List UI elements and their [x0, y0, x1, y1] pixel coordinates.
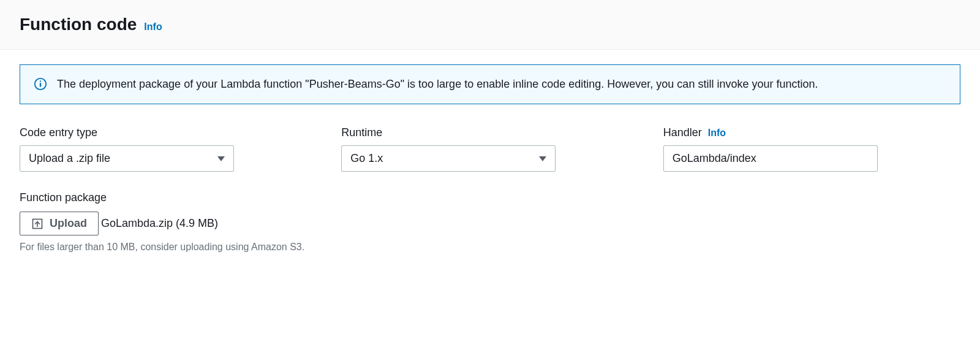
upload-button-label: Upload [50, 217, 87, 230]
alert-message: The deployment package of your Lambda fu… [57, 76, 818, 93]
header-title-row: Function code Info [20, 15, 960, 34]
function-package-label: Function package [20, 191, 960, 204]
code-entry-select[interactable]: Upload a .zip file [20, 145, 234, 172]
runtime-label: Runtime [341, 126, 638, 139]
info-link-header[interactable]: Info [144, 21, 162, 32]
runtime-select[interactable]: Go 1.x [341, 145, 556, 172]
svg-point-2 [40, 80, 41, 82]
page-title: Function code [20, 15, 137, 34]
uploaded-file-name: GoLambda.zip (4.9 MB) [101, 217, 218, 230]
upload-helper-text: For files larger than 10 MB, consider up… [20, 242, 960, 253]
runtime-field: Runtime Go 1.x [341, 126, 638, 172]
code-entry-select-wrap: Upload a .zip file [20, 145, 234, 172]
upload-button[interactable]: Upload [20, 212, 99, 235]
info-icon [34, 77, 47, 91]
header-section: Function code Info [0, 0, 980, 50]
code-entry-field: Code entry type Upload a .zip file [20, 126, 317, 172]
info-alert: The deployment package of your Lambda fu… [20, 64, 960, 104]
form-row: Code entry type Upload a .zip file Runti… [20, 126, 960, 172]
handler-label-row: Handler Info [663, 126, 960, 139]
code-entry-label: Code entry type [20, 126, 317, 139]
upload-icon [31, 218, 43, 230]
info-link-handler[interactable]: Info [708, 128, 726, 139]
handler-label: Handler [663, 126, 702, 139]
content-section: The deployment package of your Lambda fu… [0, 50, 980, 267]
runtime-select-wrap: Go 1.x [341, 145, 556, 172]
function-package-section: Function package Upload GoLambda.zip (4.… [20, 191, 960, 253]
handler-input[interactable] [663, 145, 878, 172]
handler-field: Handler Info [663, 126, 960, 172]
upload-row: Upload GoLambda.zip (4.9 MB) [20, 212, 960, 235]
